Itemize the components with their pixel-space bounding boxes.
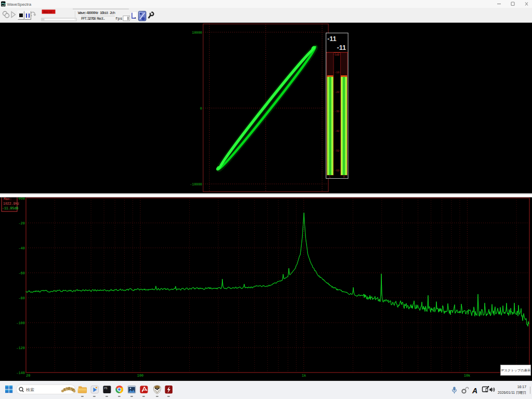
svg-text:PS: PS bbox=[104, 387, 108, 390]
svg-text:-120: -120 bbox=[16, 346, 25, 350]
svg-text:-11.95dB: -11.95dB bbox=[2, 207, 18, 210]
svg-text:100: 100 bbox=[137, 374, 144, 378]
svg-text:Max:: Max: bbox=[4, 197, 12, 201]
svg-text:A: A bbox=[472, 387, 477, 395]
svg-text:Rec 16: Rec 16 bbox=[44, 10, 52, 14]
svg-text:-140: -140 bbox=[16, 371, 25, 375]
svg-text:20: 20 bbox=[26, 374, 30, 378]
svg-text:Wave:48000Hz 16bit 2ch: Wave:48000Hz 16bit 2ch bbox=[78, 11, 115, 15]
svg-text:-100: -100 bbox=[16, 321, 25, 325]
svg-text:-80: -80 bbox=[18, 296, 25, 300]
svg-text:FFT:32768 Rect.: FFT:32768 Rect. bbox=[81, 17, 105, 21]
svg-text:-60: -60 bbox=[18, 271, 25, 275]
svg-text:1022.9Hz: 1022.9Hz bbox=[3, 202, 19, 206]
svg-text:10k: 10k bbox=[464, 374, 471, 378]
svg-text:-20: -20 bbox=[18, 221, 25, 225]
svg-text:検索: 検索 bbox=[26, 388, 34, 392]
svg-text:1k: 1k bbox=[302, 374, 306, 378]
svg-text:-40: -40 bbox=[18, 246, 25, 250]
svg-text:WaveSpectra: WaveSpectra bbox=[7, 2, 32, 7]
